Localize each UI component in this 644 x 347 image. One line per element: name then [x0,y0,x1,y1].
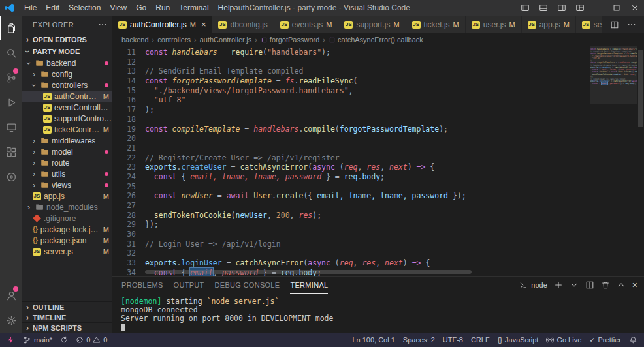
tab-server-js[interactable]: JSserver.jsM [576,16,602,33]
sync-button[interactable] [56,333,72,347]
notifications-bell[interactable] [625,333,641,347]
menu-terminal[interactable]: Terminal [174,3,213,12]
tree-item-server-js[interactable]: JSserver.jsM [22,246,112,257]
line-number[interactable]: 28 [112,211,136,220]
git-branch-indicator[interactable]: main* [19,333,56,347]
line-number[interactable]: 13 [112,67,136,76]
line-number[interactable]: 26 [112,191,136,201]
editor-vertical-scrollbar[interactable] [637,46,644,276]
open-editors-section[interactable]: › OPEN EDITORS [22,34,112,46]
line-number[interactable]: 30 [112,230,136,239]
breadcrumb-item-controllers[interactable]: controllers [157,36,191,44]
code-line[interactable]: ); [145,105,590,115]
cursor-position[interactable]: Ln 100, Col 1 [348,333,398,347]
line-number[interactable]: 11 [112,48,136,57]
code-line[interactable]: "utf-8" [145,95,590,105]
activity-live-share-icon[interactable] [0,164,22,189]
tree-item-package-lock-json[interactable]: {}package-lock.jsonM [22,224,112,235]
code-line[interactable]: // Register/Create User => /api/v1/regis… [145,153,590,163]
maximize-button[interactable] [607,0,626,16]
code-line[interactable]: // SendGrid Email Template compiled [145,67,590,76]
menu-view[interactable]: View [105,3,131,12]
maximize-panel-icon[interactable] [617,280,626,290]
breadcrumb-item-backend[interactable]: backend [121,36,149,44]
tree-item-supportcontroller-js[interactable]: JSsupportController.js [22,113,112,124]
line-number[interactable]: 20 [112,134,136,143]
line-number[interactable]: 32 [112,249,136,258]
tree-item-route[interactable]: ›route [22,157,112,168]
code-line[interactable]: sendTokenToCookie(newUser, 200, res); [145,211,590,220]
close-tab-icon[interactable]: × [201,20,206,29]
tree-item-views[interactable]: ›views [22,179,112,190]
tab-events-js[interactable]: JSevents.jsM [274,16,339,33]
tab-support-js[interactable]: JSsupport.jsM [338,16,406,33]
line-number[interactable]: 23 [112,162,136,172]
tab-user-js[interactable]: JSuser.jsM [466,16,522,33]
sidebar-section-npm-scripts[interactable]: ›NPM SCRIPTS [22,322,112,333]
line-number[interactable]: 18 [112,115,136,125]
close-panel-icon[interactable]: × [632,280,637,290]
tree-item-authcontrolle[interactable]: JSauthControlle...M [22,91,112,102]
line-number[interactable]: 17 [112,105,136,115]
line-number[interactable]: 33 [112,258,136,268]
panel-tab-terminal[interactable]: TERMINAL [290,277,328,294]
sidebar-section-outline[interactable]: ›OUTLINE [22,301,112,312]
eol-setting[interactable]: CRLF [467,333,494,347]
menu-file[interactable]: File [20,3,41,12]
kill-terminal-icon[interactable] [601,280,610,290]
code-line[interactable]: const { email, lname, fname, password } … [145,172,590,182]
line-number-gutter[interactable]: 1112131415161718192021222324252627282930… [112,46,136,276]
remote-indicator[interactable] [3,333,19,347]
minimize-button[interactable] [589,0,607,16]
code-line[interactable] [145,115,590,125]
line-number[interactable]: 24 [112,172,136,182]
code-line[interactable] [145,249,590,258]
line-number[interactable]: 34 [112,268,136,276]
panel-tab-output[interactable]: OUTPUT [174,277,204,294]
problems-indicator[interactable]: 0 0 [72,333,111,347]
code-line[interactable]: exports.loginUser = catchAsyncError(asyn… [145,258,590,268]
explorer-more-actions-icon[interactable] [98,20,107,29]
sidebar-section-timeline[interactable]: ›TIMELINE [22,312,112,322]
terminal-picker[interactable]: node [519,281,547,290]
code-line[interactable] [145,134,590,143]
tab-ticket-js[interactable]: JSticket.jsM [406,16,466,33]
language-mode[interactable]: {} JavaScript [494,333,543,347]
toggle-panel-icon[interactable] [534,0,553,16]
tree-item-controllers[interactable]: ›controllers [22,80,112,91]
tree-item-config[interactable]: ›config [22,68,112,80]
panel-tab-problems[interactable]: PROBLEMS [121,277,163,294]
toggle-secondary-sidebar-icon[interactable] [553,0,571,16]
line-number[interactable]: 15 [112,86,136,96]
tab-app-js[interactable]: JSapp.jsM [522,16,576,33]
tree-item-ticketcontroll[interactable]: JSticketControll...M [22,124,112,135]
toggle-sidebar-icon[interactable] [516,0,534,16]
indentation-setting[interactable]: Spaces: 2 [399,333,439,347]
tree-item-eventcontrollers-js[interactable]: JSeventControllers.js [22,102,112,113]
new-terminal-icon[interactable] [554,280,563,290]
tab-authcontroller-js[interactable]: JSauthController.jsM× [112,16,212,33]
line-number[interactable]: 29 [112,220,136,230]
activity-extensions-icon[interactable] [0,140,22,164]
line-number[interactable]: 19 [112,125,136,134]
line-number[interactable]: 21 [112,143,136,153]
code-line[interactable] [145,182,590,192]
code-editor[interactable]: 1112131415161718192021222324252627282930… [112,46,644,276]
code-line[interactable]: }); [145,220,590,230]
code-lines[interactable]: const handlebars = require("handlebars")… [136,46,590,276]
tree-item-node-modules[interactable]: ›node_modules [22,202,112,213]
line-number[interactable]: 27 [112,201,136,211]
activity-search-icon[interactable] [0,40,22,65]
prettier-indicator[interactable]: ✓ Prettier [585,333,625,347]
tree-item-app-js[interactable]: JSapp.jsM [22,190,112,202]
code-line[interactable]: exports.createUser = catchAsyncError(asy… [145,162,590,172]
menu-run[interactable]: Run [151,3,174,12]
activity-remote-explorer-icon[interactable] [0,115,22,140]
code-line[interactable]: const handlebars = require("handlebars")… [145,48,590,57]
code-line[interactable] [145,143,590,153]
code-line[interactable]: "./backend/views/forgotPassword.handleba… [145,86,590,96]
tree-item-model[interactable]: ›model [22,146,112,157]
close-button[interactable] [626,0,644,16]
split-terminal-icon[interactable] [585,280,594,290]
activity-account-icon[interactable] [0,283,22,308]
